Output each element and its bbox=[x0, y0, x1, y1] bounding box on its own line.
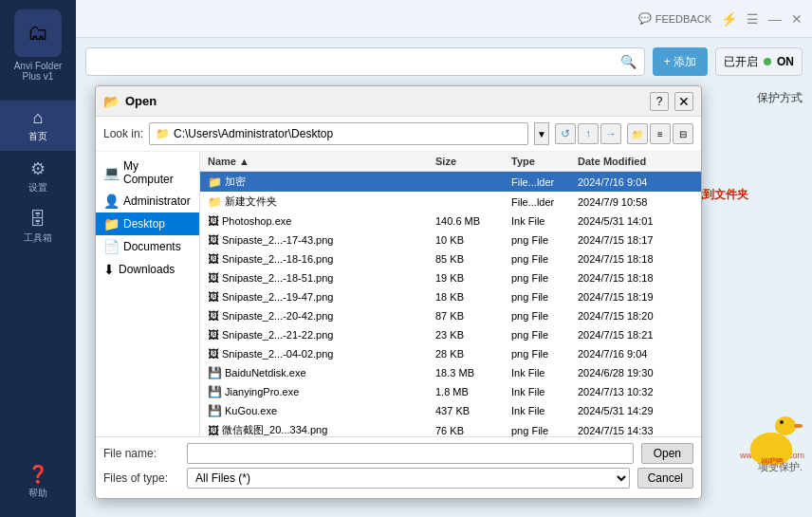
file-icon: 🖼 bbox=[208, 328, 219, 342]
file-size-cell: 87 KB bbox=[432, 307, 508, 324]
col-size[interactable]: Size bbox=[432, 154, 508, 169]
up-button[interactable]: ↑ bbox=[578, 123, 599, 144]
file-date-cell: 2024/7/9 10:58 bbox=[574, 193, 697, 211]
file-date-cell: 2024/7/15 18:17 bbox=[574, 231, 697, 249]
list-view-button[interactable]: ≡ bbox=[650, 123, 671, 144]
filename-row: File name: Open bbox=[103, 443, 693, 464]
nav-buttons: ↺ ↑ → bbox=[555, 123, 621, 144]
file-size-cell: 437 KB bbox=[432, 402, 508, 419]
file-icon: 💾 bbox=[208, 385, 222, 398]
add-button[interactable]: + 添加 bbox=[653, 47, 708, 76]
computer-icon: 💻 bbox=[103, 165, 120, 180]
new-folder-button[interactable]: 📁 bbox=[627, 123, 648, 144]
file-icon: 📁 bbox=[208, 175, 222, 189]
file-size-cell: 10 KB bbox=[432, 231, 508, 249]
file-date-cell: 2024/7/16 9:04 bbox=[574, 345, 697, 362]
tree-item-mycomputer[interactable]: 💻 My Computer bbox=[96, 156, 199, 190]
feedback-button[interactable]: 💬 FEEDBACK bbox=[638, 12, 711, 25]
file-row[interactable]: 🖼 微信截图_20...334.png 76 KB png File 2024/… bbox=[200, 420, 701, 436]
file-type-cell: Ink File bbox=[508, 364, 574, 381]
file-row[interactable]: 🖼 Photoshop.exe 140.6 MB Ink File 2024/5… bbox=[200, 212, 701, 231]
minimize-icon[interactable]: — bbox=[768, 11, 782, 27]
menu-icon[interactable]: ☰ bbox=[747, 11, 759, 27]
file-type-cell: File...lder bbox=[508, 173, 574, 191]
file-date-cell: 2024/7/15 14:33 bbox=[574, 421, 697, 436]
file-name-cell: 📁 新建文件夹 bbox=[204, 193, 432, 211]
dialog-title: Open bbox=[125, 94, 650, 108]
detail-view-button[interactable]: ⊟ bbox=[673, 123, 693, 144]
file-row[interactable]: 🖼 Snipaste_2...-19-47.png 18 KB png File… bbox=[200, 287, 701, 306]
lookin-path[interactable]: 📁 C:\Users\Administrator\Desktop bbox=[149, 122, 528, 145]
path-dropdown[interactable]: ▼ bbox=[534, 122, 549, 145]
search-input-wrap[interactable]: 🔍 bbox=[85, 47, 645, 76]
path-value: C:\Users\Administrator\Desktop bbox=[174, 127, 333, 140]
file-row[interactable]: 💾 BaiduNetdisk.exe 18.3 MB Ink File 2024… bbox=[200, 363, 701, 382]
sidebar-item-home[interactable]: ⌂ 首页 bbox=[0, 101, 76, 151]
lightning-icon[interactable]: ⚡ bbox=[721, 11, 737, 27]
file-type-cell: png File bbox=[508, 326, 574, 343]
downloads-icon: ⬇ bbox=[103, 262, 115, 277]
app-name: Anvi Folder Plus v1 bbox=[14, 61, 63, 82]
file-icon: 🖼 bbox=[208, 424, 219, 437]
file-name-cell: 🖼 Snipaste_2...-04-02.png bbox=[204, 345, 432, 362]
file-date-cell: 2024/5/31 14:01 bbox=[574, 212, 697, 230]
toolbox-icon: 🗄 bbox=[29, 210, 46, 230]
file-size-cell: 85 KB bbox=[432, 250, 508, 268]
file-size-cell: 23 KB bbox=[432, 326, 508, 343]
file-name-cell: 🖼 Snipaste_2...-18-51.png bbox=[204, 269, 432, 286]
col-date[interactable]: Date Modified bbox=[574, 154, 697, 169]
duck-mascot: 福吧鸭 bbox=[746, 413, 803, 470]
file-row[interactable]: 🖼 Snipaste_2...-17-43.png 10 KB png File… bbox=[200, 231, 701, 249]
file-date-cell: 2024/7/13 10:32 bbox=[574, 383, 697, 400]
file-type-cell: png File bbox=[508, 421, 574, 436]
content-area: 🔍 + 添加 已开启 ON 保护方式 📂 Open ? ✕ Look in: bbox=[76, 38, 812, 517]
status-badge: 已开启 ON bbox=[715, 47, 803, 76]
file-name-cell: 📁 加密 bbox=[204, 173, 432, 191]
file-icon: 💾 bbox=[208, 366, 222, 379]
dialog-help-button[interactable]: ? bbox=[650, 92, 669, 111]
file-row[interactable]: 🖼 Snipaste_2...-18-16.png 85 KB png File… bbox=[200, 249, 701, 268]
file-row[interactable]: 📁 新建文件夹 File...lder 2024/7/9 10:58 bbox=[200, 192, 701, 212]
tree-item-documents[interactable]: 📄 Documents bbox=[96, 235, 199, 258]
topbar: 💬 FEEDBACK ⚡ ☰ — ✕ bbox=[76, 0, 812, 38]
file-icon: 🖼 bbox=[208, 214, 219, 228]
dialog-footer: File name: Open Files of type: All Files… bbox=[96, 436, 701, 498]
lookin-bar: Look in: 📁 C:\Users\Administrator\Deskto… bbox=[96, 117, 701, 152]
tree-item-downloads[interactable]: ⬇ Downloads bbox=[96, 258, 199, 281]
col-type[interactable]: Type bbox=[508, 154, 574, 169]
user-icon: 👤 bbox=[103, 194, 120, 209]
file-row[interactable]: 🖼 Snipaste_2...-04-02.png 28 KB png File… bbox=[200, 344, 701, 363]
folder-icon: 📁 bbox=[156, 127, 170, 140]
sidebar-item-settings[interactable]: ⚙ 设置 bbox=[0, 151, 76, 202]
file-type-cell: Ink File bbox=[508, 402, 574, 419]
file-row[interactable]: 🖼 Snipaste_2...-21-22.png 23 KB png File… bbox=[200, 325, 701, 344]
back-button[interactable]: ↺ bbox=[555, 123, 576, 144]
dialog-close-button[interactable]: ✕ bbox=[674, 92, 693, 111]
file-row[interactable]: 🖼 Snipaste_2...-20-42.png 87 KB png File… bbox=[200, 306, 701, 325]
file-row[interactable]: 📁 加密 File...lder 2024/7/16 9:04 bbox=[200, 172, 701, 192]
forward-button[interactable]: → bbox=[600, 123, 621, 144]
file-name-cell: 🖼 Snipaste_2...-21-22.png bbox=[204, 326, 432, 343]
file-row[interactable]: 💾 JianyingPro.exe 1.8 MB Ink File 2024/7… bbox=[200, 382, 701, 401]
file-icon: 🖼 bbox=[208, 233, 219, 247]
file-size-cell: 18.3 MB bbox=[432, 364, 508, 381]
file-row[interactable]: 💾 KuGou.exe 437 KB Ink File 2024/5/31 14… bbox=[200, 401, 701, 420]
search-bar: 🔍 + 添加 已开启 ON bbox=[85, 47, 803, 76]
file-date-cell: 2024/7/15 18:21 bbox=[574, 326, 697, 343]
sidebar-item-help[interactable]: ❓ 帮助 bbox=[28, 456, 48, 508]
open-button[interactable]: Open bbox=[641, 443, 693, 464]
search-input[interactable] bbox=[94, 55, 620, 68]
file-type-cell: png File bbox=[508, 231, 574, 249]
sidebar-item-toolbox[interactable]: 🗄 工具箱 bbox=[0, 202, 76, 252]
close-icon[interactable]: ✕ bbox=[791, 11, 803, 27]
file-name-cell: 🖼 Photoshop.exe bbox=[204, 212, 432, 230]
tree-item-desktop[interactable]: 📁 Desktop bbox=[96, 212, 199, 235]
filename-input[interactable] bbox=[187, 443, 634, 464]
filetype-select[interactable]: All Files (*) bbox=[187, 468, 630, 489]
tree-item-administrator[interactable]: 👤 Administrator bbox=[96, 190, 199, 212]
cancel-button[interactable]: Cancel bbox=[637, 468, 693, 489]
file-type-cell: Ink File bbox=[508, 383, 574, 400]
col-name[interactable]: Name ▲ bbox=[204, 154, 432, 169]
file-size-cell: 76 KB bbox=[432, 421, 508, 436]
file-row[interactable]: 🖼 Snipaste_2...-18-51.png 19 KB png File… bbox=[200, 268, 701, 287]
